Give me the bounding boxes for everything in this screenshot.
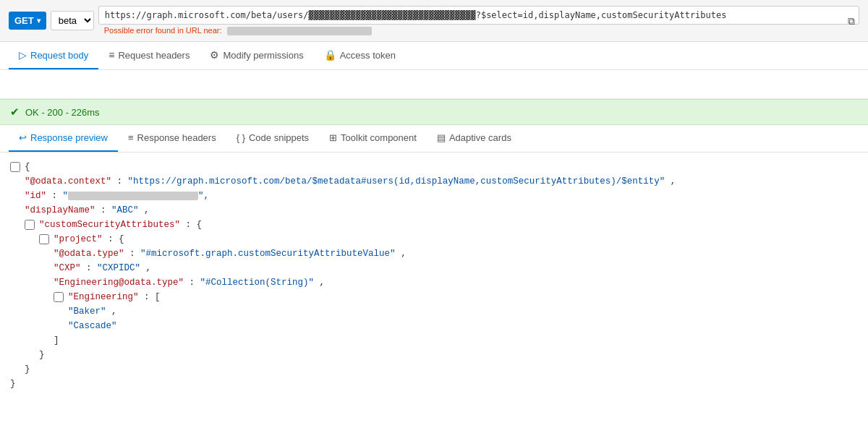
json-value-odata-type: "#microsoft.graph.customSecurityAttribut… (140, 249, 396, 259)
url-input-wrap: ⧉ Possible error found in URL near: (98, 6, 859, 35)
response-preview-icon: ↩ (19, 132, 27, 143)
tab-modify-permissions[interactable]: ⚙ Modify permissions (200, 42, 313, 69)
tab-request-body[interactable]: ▷ Request body (9, 42, 98, 69)
json-row-project-close: } (10, 348, 858, 362)
json-key-engineering: "Engineering" (68, 292, 139, 302)
json-viewer: { "@odata.context" : "https://graph.micr… (0, 153, 868, 398)
tab-code-snippets-label: Code snippets (249, 132, 309, 143)
tab-adaptive-cards[interactable]: ▤ Adaptive cards (427, 125, 522, 152)
tab-access-token-label: Access token (340, 50, 396, 61)
json-value-cascade: "Cascade" (68, 321, 117, 331)
json-value-odata-context: "https://graph.microsoft.com/beta/$metad… (128, 176, 665, 187)
url-error-message: Possible error found in URL near: (98, 26, 859, 35)
json-key-project: "project" (54, 234, 103, 244)
tab-request-headers-label: Request headers (118, 50, 190, 61)
method-dropdown-arrow: ▾ (37, 17, 41, 25)
method-button[interactable]: GET ▾ (9, 12, 46, 30)
json-key-cxp: "CXP" (54, 263, 81, 273)
tab-request-headers[interactable]: ≡ Request headers (98, 42, 200, 69)
json-row-cascade: "Cascade" (10, 319, 858, 333)
tab-response-headers[interactable]: ≡ Response headers (118, 125, 226, 152)
tab-toolkit-label: Toolkit component (341, 132, 417, 143)
tab-code-snippets[interactable]: { } Code snippets (226, 125, 319, 152)
status-text: OK - 200 - 226ms (25, 107, 100, 118)
request-headers-icon: ≡ (109, 49, 114, 61)
request-body-area (0, 70, 868, 99)
response-tabs: ↩ Response preview ≡ Response headers { … (0, 125, 868, 153)
json-row-csa-close: } (10, 362, 858, 377)
json-row-engineering-odata-type: "Engineering@odata.type" : "#Collection(… (10, 275, 858, 290)
json-row-odata-context: "@odata.context" : "https://graph.micros… (10, 174, 858, 189)
status-icon: ✔ (10, 106, 20, 119)
url-input[interactable] (98, 6, 859, 25)
json-key-id: "id" (25, 191, 46, 201)
response-headers-icon: ≡ (128, 132, 134, 143)
json-row-cxp: "CXP" : "CXPIDC" , (10, 261, 858, 275)
url-bar: GET ▾ beta v1.0 ⧉ Possible error found i… (0, 0, 868, 42)
version-select[interactable]: beta v1.0 (51, 11, 94, 30)
adaptive-cards-icon: ▤ (437, 132, 446, 143)
modify-permissions-icon: ⚙ (210, 49, 219, 61)
request-body-icon: ▷ (19, 49, 27, 61)
json-checkbox-csa[interactable] (25, 220, 35, 230)
json-value-id: " (63, 191, 69, 201)
json-row-open-brace: { (10, 160, 858, 174)
tab-toolkit-component[interactable]: ⊞ Toolkit component (319, 125, 427, 152)
tab-response-headers-label: Response headers (137, 132, 216, 143)
json-row-baker: "Baker" , (10, 304, 858, 319)
json-key-displayname: "displayName" (25, 205, 95, 215)
request-tabs: ▷ Request body ≡ Request headers ⚙ Modif… (0, 42, 868, 70)
json-key-odata-context: "@odata.context" (25, 176, 111, 187)
url-copy-button[interactable]: ⧉ (848, 14, 855, 27)
json-row-project: "project" : { (10, 232, 858, 246)
json-value-baker: "Baker" (68, 306, 106, 317)
access-token-icon: 🔒 (324, 49, 336, 61)
json-value-cxp: "CXPIDC" (97, 263, 140, 273)
json-key-engineering-odata: "Engineering@odata.type" (54, 278, 184, 288)
tab-request-body-label: Request body (30, 50, 88, 61)
json-key-csa: "customSecurityAttributes" (39, 220, 180, 230)
json-value-displayname: "ABC" (111, 205, 139, 215)
json-checkbox-project[interactable] (39, 234, 49, 244)
status-bar: ✔ OK - 200 - 226ms (0, 99, 868, 125)
tab-adaptive-cards-label: Adaptive cards (449, 132, 511, 143)
json-value-engineering-odata: "#Collection(String)" (200, 278, 315, 288)
json-row-odata-type: "@odata.type" : "#microsoft.graph.custom… (10, 246, 858, 261)
toolkit-icon: ⊞ (329, 132, 337, 143)
tab-modify-permissions-label: Modify permissions (223, 50, 303, 61)
method-label: GET (14, 15, 34, 26)
json-row-id: "id" : " ", (10, 189, 858, 203)
tab-response-preview[interactable]: ↩ Response preview (9, 125, 118, 152)
json-row-engineering-array: "Engineering" : [ (10, 290, 858, 304)
json-row-root-close: } (10, 377, 858, 391)
code-snippets-icon: { } (237, 132, 245, 143)
json-checkbox-engineering[interactable] (54, 292, 64, 302)
json-row-csa: "customSecurityAttributes" : { (10, 218, 858, 232)
json-row-engineering-close: ] (10, 333, 858, 348)
tab-response-preview-label: Response preview (30, 132, 108, 143)
json-row-displayname: "displayName" : "ABC" , (10, 203, 858, 218)
json-checkbox-root[interactable] (10, 162, 20, 172)
json-key-odata-type: "@odata.type" (54, 249, 124, 259)
tab-access-token[interactable]: 🔒 Access token (314, 42, 406, 69)
